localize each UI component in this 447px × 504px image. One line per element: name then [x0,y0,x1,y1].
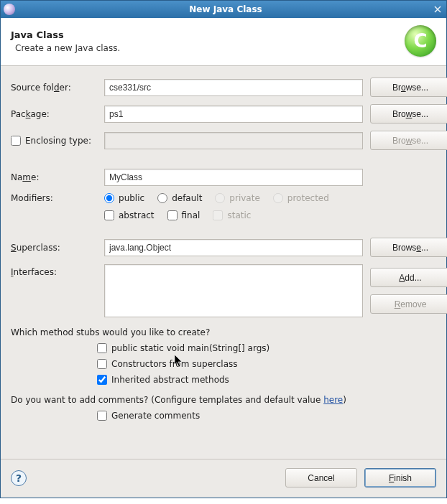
package-label: Package: [11,109,97,119]
add-interface-button[interactable]: Add... [370,268,447,287]
browse-enclosing-type-button: Browse... [370,131,447,150]
cancel-button[interactable]: Cancel [285,468,357,487]
modifier-abstract-label: abstract [119,210,155,220]
stub-main-label: public static void main(String[] args) [111,343,269,353]
modifier-final-checkbox[interactable]: final [167,210,201,220]
source-folder-input[interactable] [104,79,363,96]
name-input[interactable] [104,169,363,186]
modifier-private-radio: private [215,193,259,203]
browse-superclass-button[interactable]: Browse... [370,238,447,257]
titlebar[interactable]: New Java Class [1,1,446,18]
stub-inherited-checkbox[interactable]: Inherited abstract methods [97,375,436,385]
modifier-static-label: static [227,210,251,220]
interfaces-list[interactable] [104,264,363,317]
class-icon: C [405,25,436,57]
enclosing-type-input [104,132,363,149]
page-title: Java Class [11,29,405,40]
configure-templates-link[interactable]: here [323,395,343,405]
modifier-default-radio[interactable]: default [157,193,202,203]
stub-constructors-label: Constructors from superclass [111,359,238,369]
modifier-static-checkbox: static [213,210,251,220]
name-label: Name: [11,172,97,182]
dialog-window: New Java Class Java Class Create a new J… [0,0,447,498]
generate-comments-checkbox[interactable]: Generate comments [97,411,200,421]
finish-button[interactable]: Finish [364,468,436,487]
modifier-private-label: private [229,193,259,203]
browse-source-folder-button[interactable]: Browse... [370,78,447,97]
help-icon[interactable]: ? [11,470,27,486]
browse-package-button[interactable]: Browse... [370,104,447,123]
stub-inherited-label: Inherited abstract methods [111,375,229,385]
superclass-label: Superclass: [11,243,97,253]
header-pane: Java Class Create a new Java class. C [1,18,446,65]
form: Source folder: Browse... Package: Browse… [1,66,446,459]
comments-question: Do you want to add comments? (Configure … [11,395,436,405]
generate-comments-label: Generate comments [111,411,200,421]
enclosing-type-label: Enclosing type: [25,136,91,146]
app-icon [4,4,15,15]
modifier-public-radio[interactable]: public [104,193,144,203]
source-folder-label: Source folder: [11,83,97,93]
package-input[interactable] [104,106,363,123]
modifier-protected-label: protected [287,193,329,203]
close-icon[interactable] [432,4,443,15]
interfaces-label: Interfaces: [11,264,97,277]
modifiers-label: Modifiers: [11,193,97,203]
enclosing-type-checkbox[interactable]: Enclosing type: [11,136,97,146]
window-title: New Java Class [19,4,432,14]
modifier-final-label: final [182,210,201,220]
stub-constructors-checkbox[interactable]: Constructors from superclass [97,359,436,369]
stubs-question: Which method stubs would you like to cre… [11,327,436,337]
superclass-input[interactable] [104,239,363,256]
remove-interface-button: Remove [370,294,447,314]
modifier-default-label: default [172,193,202,203]
modifier-protected-radio: protected [273,193,329,203]
button-bar: ? Cancel Finish [1,459,446,498]
content-area: Java Class Create a new Java class. C So… [1,18,446,498]
modifier-abstract-checkbox[interactable]: abstract [104,210,155,220]
page-subtitle: Create a new Java class. [15,43,405,53]
modifier-public-label: public [119,193,144,203]
enclosing-type-check-input[interactable] [11,136,21,146]
stub-main-checkbox[interactable]: public static void main(String[] args) [97,343,436,353]
